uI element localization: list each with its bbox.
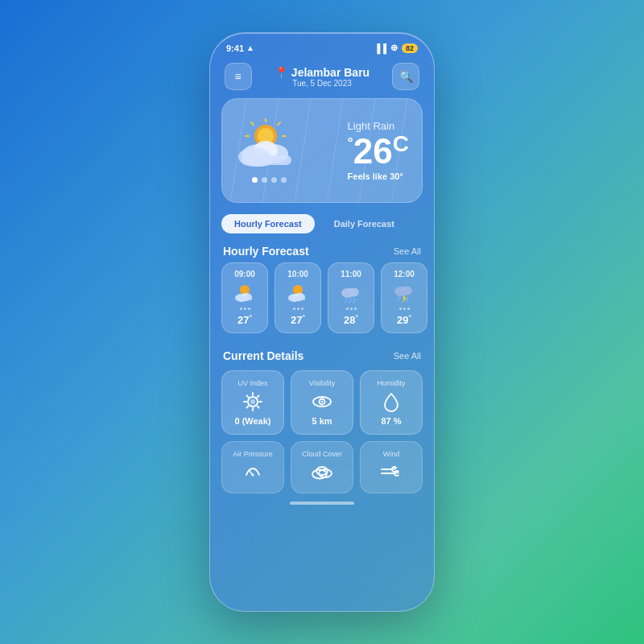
signal-icon: ▐▐ bbox=[374, 43, 386, 53]
svg-line-53 bbox=[250, 471, 253, 475]
svg-rect-29 bbox=[342, 291, 358, 295]
temperature-display: ° 26 C bbox=[348, 132, 409, 171]
air-pressure-label: Air Pressure bbox=[233, 450, 273, 458]
dot-1 bbox=[252, 177, 258, 183]
dot-3 bbox=[271, 177, 277, 183]
weather-icon-area bbox=[235, 118, 303, 183]
status-bar: 9:41 ▲ ▐▐ ⊕ 82 bbox=[210, 33, 434, 58]
hourly-see-all[interactable]: See All bbox=[394, 246, 421, 256]
menu-button[interactable]: ≡ bbox=[225, 63, 252, 90]
feels-like-label: Feels like bbox=[348, 171, 388, 181]
svg-line-47 bbox=[257, 396, 258, 398]
hour-icon-0 bbox=[233, 282, 256, 304]
detail-uv-index: UV Index 0 (Weak) bbox=[221, 370, 284, 435]
search-button[interactable]: 🔍 bbox=[392, 63, 419, 90]
app-header: ≡ 📍 Jelambar Baru Tue, 5 Dec 2023 🔍 bbox=[210, 58, 434, 98]
status-time: 9:41 ▲ bbox=[226, 43, 254, 53]
hour-card-0: 09:00 27° bbox=[221, 262, 268, 333]
hour-temp-0: 27° bbox=[237, 313, 252, 326]
hour-icon-1 bbox=[287, 282, 309, 304]
hour-time-0: 09:00 bbox=[234, 270, 255, 279]
svg-rect-26 bbox=[289, 296, 305, 300]
svg-line-46 bbox=[257, 407, 258, 408]
feels-like-value: 30° bbox=[390, 171, 403, 181]
status-icons: ▐▐ ⊕ 82 bbox=[374, 43, 418, 53]
svg-line-12 bbox=[251, 122, 254, 125]
tab-daily[interactable]: Daily Forecast bbox=[321, 214, 407, 233]
wind-icon bbox=[380, 462, 402, 480]
hour-card-1: 10:00 27° bbox=[275, 262, 321, 333]
hour-time-2: 11:00 bbox=[341, 270, 361, 279]
details-title: Current Details bbox=[223, 349, 303, 362]
location-arrow-icon: ▲ bbox=[246, 43, 254, 52]
svg-line-10 bbox=[278, 122, 280, 125]
hamburger-icon: ≡ bbox=[234, 70, 242, 83]
forecast-tabs: Hourly Forecast Daily Forecast bbox=[221, 214, 423, 233]
details-see-all[interactable]: See All bbox=[394, 351, 421, 361]
location-name: Jelambar Baru bbox=[291, 66, 369, 79]
humidity-icon bbox=[381, 391, 402, 412]
svg-point-51 bbox=[321, 401, 323, 402]
wifi-icon: ⊕ bbox=[390, 43, 398, 53]
svg-line-37 bbox=[407, 297, 408, 301]
temp-unit: C bbox=[393, 132, 409, 157]
uv-index-icon bbox=[242, 391, 263, 412]
hour-card-3: 12:00 29° bbox=[381, 262, 427, 333]
svg-line-30 bbox=[345, 299, 347, 303]
hour-card-2: 11:00 28° bbox=[328, 262, 374, 333]
pin-icon: 📍 bbox=[275, 66, 288, 79]
dot-2 bbox=[262, 177, 267, 183]
svg-point-40 bbox=[250, 399, 255, 404]
location-row: 📍 Jelambar Baru bbox=[275, 66, 369, 79]
svg-line-31 bbox=[349, 299, 351, 303]
hour-temp-3: 29° bbox=[397, 313, 411, 326]
hour-time-1: 10:00 bbox=[287, 270, 308, 279]
hour-time-3: 12:00 bbox=[394, 270, 415, 279]
sun-cloud-icon bbox=[235, 118, 303, 171]
hourly-forecast-list: 09:00 27° 10:00 bbox=[210, 262, 434, 333]
humidity-label: Humidity bbox=[377, 379, 405, 387]
detail-wind: Wind bbox=[360, 441, 423, 493]
svg-line-48 bbox=[247, 407, 249, 408]
current-details-grid: UV Index 0 (Weak) Visibility bbox=[210, 370, 434, 435]
hour-icon-2 bbox=[340, 282, 362, 304]
detail-visibility: Visibility 5 km bbox=[291, 370, 353, 435]
hour-temp-1: 27° bbox=[291, 313, 305, 326]
svg-line-3 bbox=[327, 99, 343, 203]
uv-label: UV Index bbox=[237, 379, 267, 387]
hour-dots-1 bbox=[293, 308, 303, 310]
home-indicator bbox=[290, 502, 354, 505]
svg-line-36 bbox=[398, 297, 399, 301]
hour-temp-2: 28° bbox=[344, 313, 358, 326]
hour-dots-0 bbox=[240, 308, 250, 310]
current-date: Tue, 5 Dec 2023 bbox=[275, 79, 369, 88]
svg-rect-22 bbox=[236, 296, 252, 300]
visibility-value: 5 km bbox=[312, 416, 332, 426]
detail-air-pressure: Air Pressure bbox=[221, 441, 284, 493]
detail-cloud-cover: Cloud Cover bbox=[291, 441, 353, 493]
bottom-details-grid: Air Pressure Cloud Cover Wind bbox=[210, 441, 434, 493]
hourly-title: Hourly Forecast bbox=[223, 245, 309, 258]
detail-humidity: Humidity 87 % bbox=[360, 370, 423, 435]
hourly-section-header: Hourly Forecast See All bbox=[210, 240, 434, 262]
location-info: 📍 Jelambar Baru Tue, 5 Dec 2023 bbox=[275, 66, 369, 88]
tab-hourly[interactable]: Hourly Forecast bbox=[221, 214, 315, 233]
phone-frame: 9:41 ▲ ▐▐ ⊕ 82 ≡ 📍 Jelambar Baru Tue, 5 … bbox=[209, 32, 435, 612]
details-section-header: Current Details See All bbox=[210, 345, 434, 367]
carousel-dots bbox=[252, 177, 287, 183]
dot-4 bbox=[281, 177, 287, 183]
svg-point-56 bbox=[316, 467, 328, 475]
svg-point-19 bbox=[240, 285, 250, 295]
air-pressure-icon bbox=[242, 462, 263, 480]
weather-condition: Light Rain bbox=[348, 120, 409, 132]
temp-value: 26 bbox=[353, 132, 393, 171]
feels-like-row: Feels like 30° bbox=[348, 171, 409, 181]
svg-line-45 bbox=[247, 396, 249, 398]
search-icon: 🔍 bbox=[399, 70, 413, 83]
cloud-cover-label: Cloud Cover bbox=[302, 450, 342, 458]
temp-degree-symbol: ° bbox=[348, 135, 353, 151]
phone-content: 9:41 ▲ ▐▐ ⊕ 82 ≡ 📍 Jelambar Baru Tue, 5 … bbox=[210, 33, 434, 611]
hour-dots-2 bbox=[346, 308, 357, 310]
uv-value: 0 (Weak) bbox=[234, 416, 270, 426]
svg-rect-18 bbox=[242, 155, 291, 165]
